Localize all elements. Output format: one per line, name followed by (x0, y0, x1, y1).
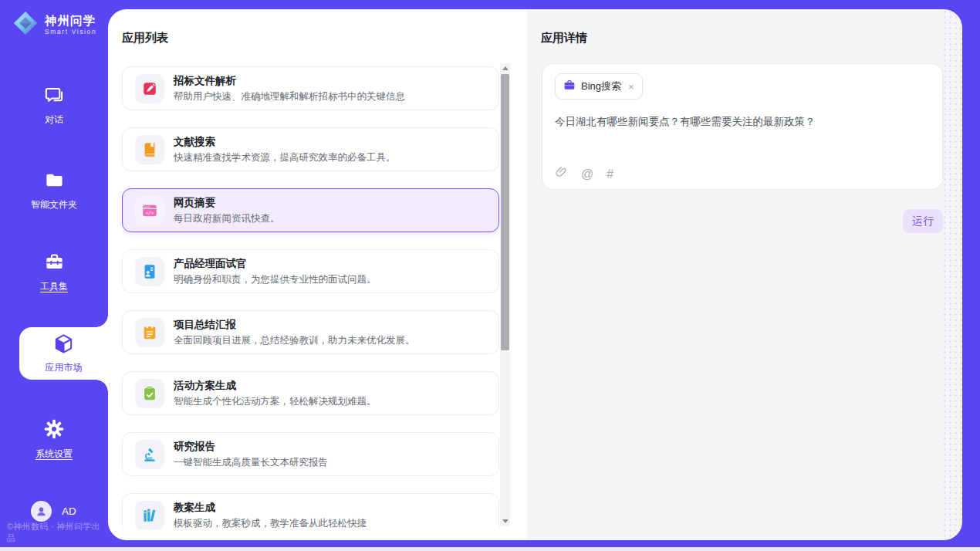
briefcase-icon (563, 79, 576, 94)
app-card-web-summary[interactable]: </> 网页摘要 每日政府新闻资讯快查。 (122, 188, 499, 232)
app-logo: 神州问学 Smart Vision (12, 10, 96, 39)
app-card-desc: 模板驱动，教案秒成，教学准备从此轻松快捷 (174, 517, 367, 530)
app-card-lesson-plan[interactable]: 教案生成 模板驱动，教案秒成，教学准备从此轻松快捷 (122, 493, 499, 529)
app-window: 神州问学 Smart Vision 对话 智能文件夹 (0, 0, 980, 551)
clipboard-check-icon (135, 379, 164, 408)
paperclip-icon[interactable] (555, 166, 568, 182)
app-card-desc: 每日政府新闻资讯快查。 (174, 212, 280, 225)
sidebar-item-toolset[interactable]: 工具集 (0, 252, 108, 293)
scrollbar-thumb[interactable] (501, 74, 509, 350)
app-card-pm-interviewer[interactable]: 产品经理面试官 明确身份和职责，为您提供专业性的面试问题。 (122, 249, 499, 293)
cube-icon (52, 333, 75, 358)
svg-text:</>: </> (146, 209, 154, 215)
app-card-title: 文献搜索 (174, 135, 396, 149)
triangle-down-icon (502, 519, 509, 523)
triangle-up-icon (502, 66, 509, 70)
app-card-title: 招标文件解析 (174, 74, 405, 88)
book-icon (135, 135, 164, 164)
query-text-input[interactable]: 今日湖北有哪些新闻要点？有哪些需要关注的最新政策？ (555, 115, 930, 129)
edit-document-icon (135, 74, 164, 103)
logo-diamond-icon (12, 10, 39, 39)
app-card-bid-analysis[interactable]: 招标文件解析 帮助用户快速、准确地理解和解析招标书中的关键信息 (122, 66, 499, 110)
app-list-title: 应用列表 (122, 31, 168, 46)
app-list-scrollbar[interactable] (500, 63, 510, 526)
app-card-title: 网页摘要 (174, 196, 280, 210)
chat-icon (44, 85, 65, 109)
gear-icon (43, 418, 65, 443)
run-button[interactable]: 运行 (903, 209, 943, 233)
app-card-desc: 快速精准查找学术资源，提高研究效率的必备工具。 (174, 151, 396, 164)
avatar (31, 501, 52, 522)
app-card-desc: 全面回顾项目进展，总结经验教训，助力未来优化发展。 (174, 334, 415, 347)
app-card-desc: 智能生成个性化活动方案，轻松解决规划难题。 (174, 395, 377, 408)
mention-icon[interactable]: @ (581, 168, 593, 181)
sidebar-item-settings[interactable]: 系统设置 (0, 418, 108, 461)
resume-icon (135, 257, 164, 286)
scroll-down-button[interactable] (500, 516, 510, 526)
app-card-desc: 明确身份和职责，为您提供专业性的面试问题。 (174, 273, 377, 286)
sidebar-item-label: 工具集 (40, 280, 68, 293)
app-detail-panel: 应用详情 Bing搜索 × 今日湖北有哪些新闻要点？有哪些需要关注的最新政策？ (527, 9, 962, 540)
user-name: AD (62, 505, 76, 517)
app-card-title: 教案生成 (174, 501, 367, 515)
hashtag-icon[interactable]: # (607, 168, 613, 181)
sidebar-item-app-market[interactable]: 应用市场 (19, 327, 108, 380)
tool-chip-bing-search[interactable]: Bing搜索 × (555, 73, 643, 100)
app-card-list: 招标文件解析 帮助用户快速、准确地理解和解析招标书中的关键信息 文献搜索 快速精… (122, 66, 499, 529)
sidebar-item-label: 智能文件夹 (31, 198, 77, 211)
copyright-footer: ©神州数码 · 神州问学出品 (7, 521, 107, 544)
microscope-icon (135, 440, 164, 469)
app-card-desc: 帮助用户快速、准确地理解和解析招标书中的关键信息 (174, 90, 405, 103)
app-card-desc: 一键智能生成高质量长文本研究报告 (174, 456, 328, 469)
input-toolbar: @ # (555, 166, 613, 182)
toolbox-icon (44, 252, 65, 276)
query-input-card: Bing搜索 × 今日湖北有哪些新闻要点？有哪些需要关注的最新政策？ @ # (542, 63, 943, 190)
sidebar-item-label: 应用市场 (46, 361, 83, 374)
app-list-panel: 应用列表 招标文件解析 帮助用户快速、准确地理解和解析招标书中的关键信息 (108, 9, 527, 540)
app-card-title: 项目总结汇报 (174, 318, 415, 332)
tool-chip-label: Bing搜索 (581, 79, 621, 93)
notepad-icon (135, 318, 164, 347)
sidebar-item-label: 对话 (45, 113, 63, 127)
app-card-title: 活动方案生成 (174, 379, 377, 393)
close-icon[interactable]: × (628, 81, 634, 93)
brand-subtitle: Smart Vision (45, 29, 96, 35)
brand-name: 神州问学 (45, 14, 96, 27)
scroll-up-button[interactable] (500, 63, 510, 73)
books-icon (135, 501, 164, 530)
app-card-project-summary[interactable]: 项目总结汇报 全面回顾项目进展，总结经验教训，助力未来优化发展。 (122, 310, 499, 354)
sidebar-item-chat[interactable]: 对话 (0, 85, 108, 127)
app-card-title: 产品经理面试官 (174, 257, 377, 271)
sidebar-item-smart-folder[interactable]: 智能文件夹 (0, 170, 108, 211)
app-card-title: 研究报告 (174, 440, 328, 454)
sidebar-item-label: 系统设置 (35, 448, 73, 461)
folder-icon (44, 170, 65, 194)
app-card-literature-search[interactable]: 文献搜索 快速精准查找学术资源，提高研究效率的必备工具。 (122, 127, 499, 171)
webpage-code-icon: </> (135, 196, 164, 225)
app-detail-title: 应用详情 (541, 31, 587, 46)
app-card-event-plan[interactable]: 活动方案生成 智能生成个性化活动方案，轻松解决规划难题。 (122, 371, 499, 415)
user-account[interactable]: AD (31, 501, 76, 522)
app-card-research-report[interactable]: 研究报告 一键智能生成高质量长文本研究报告 (122, 432, 499, 476)
